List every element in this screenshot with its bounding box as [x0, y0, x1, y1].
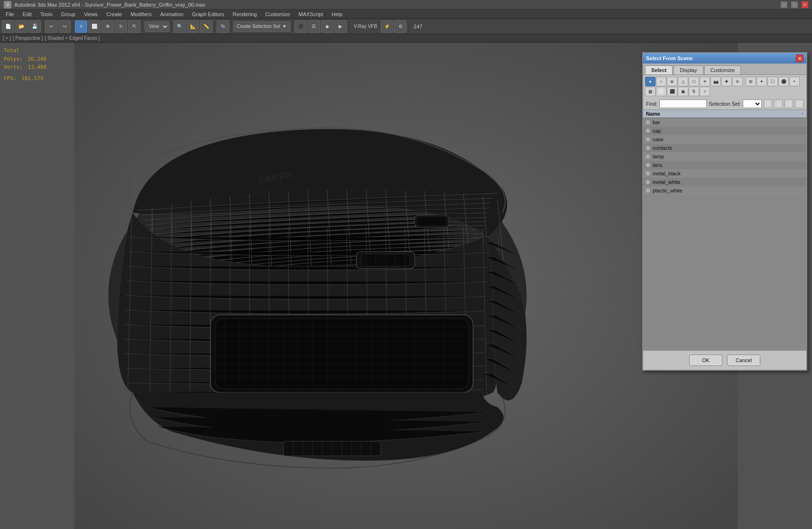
menu-rendering[interactable]: Rendering [229, 10, 261, 18]
filter-type8-btn[interactable]: ⬛ [667, 87, 677, 96]
object-list-item[interactable]: case [643, 135, 806, 144]
menu-help[interactable]: Help [328, 10, 346, 18]
tab-customize[interactable]: Customize [704, 65, 741, 74]
filter-type7-btn[interactable]: ⬜ [656, 87, 666, 96]
angle-snap-btn[interactable]: 📏 [200, 20, 212, 33]
object-list-item[interactable]: cap [643, 127, 806, 135]
minimize-button[interactable]: ─ [781, 1, 787, 8]
polys-row: Polys: 26,248 [4, 55, 46, 64]
vray-icon[interactable]: ⚡ [381, 20, 393, 33]
filter-cameras-btn[interactable]: 📷 [710, 77, 721, 86]
scale-btn[interactable]: ⇱ [128, 20, 140, 33]
filter-bones-btn[interactable]: ⊞ [746, 77, 756, 86]
select-region-btn[interactable]: ⬜ [88, 20, 101, 33]
view-dropdown[interactable]: View [145, 21, 169, 32]
menu-customize[interactable]: Customize [261, 10, 294, 18]
zoom-btn[interactable]: 🔍 [174, 20, 186, 33]
filter-type6-btn[interactable]: ▦ [645, 87, 655, 96]
close-button[interactable]: ✕ [802, 1, 808, 8]
object-list-item[interactable]: lans [643, 161, 806, 169]
filter-none-btn[interactable]: ○ [656, 77, 666, 86]
stats-overlay: Total Polys: 26,248 Verts: 13,408 FPS: 1… [4, 46, 46, 82]
filter-invert-btn[interactable]: ⊕ [667, 77, 677, 86]
select-btn[interactable]: ✛ [75, 20, 87, 33]
find-input[interactable] [659, 100, 707, 108]
percent-btn[interactable]: % [217, 20, 229, 33]
dialog-close-button[interactable]: ✕ [796, 55, 803, 62]
filter-lights-btn[interactable]: ☀ [700, 77, 710, 86]
total-label: Total [4, 46, 46, 55]
vray-settings[interactable]: ⚙ [394, 20, 406, 33]
menu-modifiers[interactable]: Modifiers [127, 10, 156, 18]
ok-button[interactable]: OK [689, 355, 722, 366]
col-name-header: Name [646, 111, 801, 117]
undo-btn[interactable]: ↩ [45, 20, 57, 33]
selection-set-dropdown[interactable] [743, 100, 762, 108]
tab-display[interactable]: Display [674, 65, 703, 74]
menu-views[interactable]: Views [80, 10, 102, 18]
save-btn[interactable]: 💾 [28, 20, 41, 33]
material-btn[interactable]: ◆ [321, 20, 333, 33]
filter-xref-btn[interactable]: ☐ [767, 77, 778, 86]
object-name: plactic_white [653, 188, 683, 193]
filter-geometry-btn[interactable]: △ [678, 77, 688, 86]
object-type-icon [645, 137, 651, 142]
dialog-title-bar[interactable]: Select From Scene ✕ [643, 53, 806, 64]
filter2-btn[interactable]: ▿ [795, 100, 803, 108]
render-btn[interactable]: ▶ [334, 20, 347, 33]
align-btn[interactable]: ☰ [308, 20, 320, 33]
sep5 [214, 21, 215, 32]
filter-spacewarps-btn[interactable]: ≋ [732, 77, 743, 86]
filter-helpers-btn[interactable]: ✚ [721, 77, 732, 86]
rotate-btn[interactable]: ↻ [115, 20, 127, 33]
sep3 [142, 21, 143, 32]
redo-btn[interactable]: ↪ [58, 20, 71, 33]
title-bar-controls: ─ □ ✕ [781, 1, 808, 8]
menu-file[interactable]: File [2, 10, 18, 18]
create-selection-set-btn[interactable]: Create Selection Set ▼ [233, 21, 290, 32]
vray-label: V-Ray VFB [351, 24, 380, 29]
object-list-item[interactable]: lamp [643, 152, 806, 161]
filter-particles-btn[interactable]: ✦ [757, 77, 767, 86]
object-list-item[interactable]: metal_white [643, 178, 806, 186]
cancel-button[interactable]: Cancel [727, 355, 760, 366]
filter-all-btn[interactable]: ● [645, 77, 655, 86]
selection-set-label: Selection Set: [709, 101, 741, 107]
filter-option-btn[interactable]: ▿ [700, 87, 710, 96]
object-list-item[interactable]: contacts [643, 144, 806, 152]
sel-set-options-btn[interactable]: ▼ [764, 100, 772, 108]
new-btn[interactable]: 📄 [2, 20, 14, 33]
dialog-title: Select From Scene [646, 55, 692, 61]
mirror-btn[interactable]: ⬛ [295, 20, 307, 33]
filter-type9-btn[interactable]: ▣ [678, 87, 688, 96]
menu-tools[interactable]: Tools [37, 10, 56, 18]
sort-btn[interactable]: ⇅ [784, 100, 793, 108]
filter-type5-btn[interactable]: ⚬ [789, 77, 800, 86]
menu-create[interactable]: Create [102, 10, 126, 18]
dialog-tabs: Select Display Customize [643, 64, 806, 75]
dlg-sep1 [743, 77, 745, 86]
snap-btn[interactable]: 📐 [187, 20, 199, 33]
menu-graph-editors[interactable]: Graph Editors [188, 10, 228, 18]
object-type-icon [645, 179, 651, 185]
highlight-btn[interactable]: ☀ [774, 100, 783, 108]
objects-empty-area [643, 194, 806, 350]
open-btn[interactable]: 📂 [15, 20, 28, 33]
menu-group[interactable]: Group [57, 10, 79, 18]
menu-edit[interactable]: Edit [19, 10, 36, 18]
move-btn[interactable]: ✥ [102, 20, 114, 33]
filter-type4-btn[interactable]: ⚫ [778, 77, 789, 86]
tab-select[interactable]: Select [645, 65, 673, 74]
object-list-item[interactable]: plactic_white [643, 186, 806, 194]
frame-number: 247 [411, 24, 425, 29]
objects-list[interactable]: barcapcasecontactslamplansmetal_blackmet… [643, 118, 806, 194]
menu-maxscript[interactable]: MAXScript [295, 10, 327, 18]
object-name: case [653, 137, 664, 142]
menu-animation[interactable]: Animation [157, 10, 187, 18]
maximize-button[interactable]: □ [791, 1, 798, 8]
object-list-item[interactable]: metal_black [643, 169, 806, 178]
dialog-toolbar: ● ○ ⊕ △ ⬡ ☀ 📷 ✚ ≋ ⊞ ✦ ☐ ⚫ ⚬ ▦ ⬜ ⬛ ▣ ⇅ ▿ [643, 75, 806, 98]
filter-sort-btn[interactable]: ⇅ [689, 87, 699, 96]
filter-shapes-btn[interactable]: ⬡ [689, 77, 699, 86]
object-list-item[interactable]: bar [643, 118, 806, 127]
